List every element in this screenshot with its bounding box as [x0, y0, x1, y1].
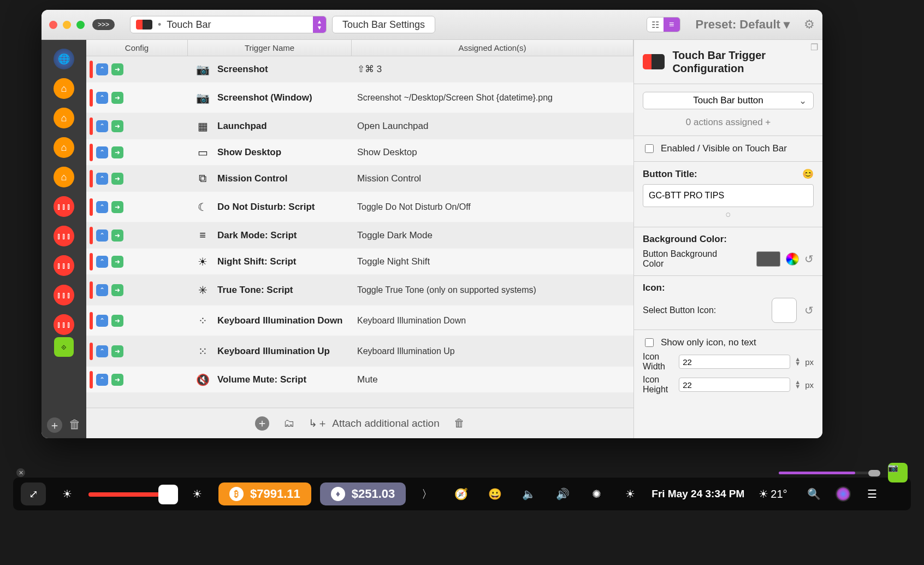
list-icon[interactable]: ☰ — [860, 482, 885, 505]
brightness-up-icon[interactable]: ☀︎ — [185, 482, 210, 505]
collapse-icon[interactable]: ⌃ — [96, 315, 108, 327]
zoom-window-button[interactable] — [76, 21, 85, 29]
weather-widget[interactable]: ☀︎ 21° — [753, 482, 792, 505]
emoji-icon[interactable]: 😀 — [482, 482, 507, 505]
table-row[interactable]: ⌃➜☾Do Not Disturb: ScriptToggle Do Not D… — [86, 192, 633, 222]
collapse-icon[interactable]: ⌃ — [96, 284, 108, 296]
trigger-type-select[interactable]: Touch Bar button — [643, 92, 814, 109]
brightness-large-icon[interactable]: ☀︎ — [618, 482, 643, 505]
siri-icon[interactable] — [836, 486, 851, 502]
table-row[interactable]: ⌃➜📷Screenshot⇧⌘ 3 — [86, 56, 633, 83]
search-icon[interactable]: 🔍 — [802, 482, 827, 505]
list-view-icon[interactable]: ≡ — [664, 17, 680, 32]
icon-width-input[interactable] — [679, 355, 790, 369]
action-icon[interactable]: ➜ — [111, 173, 123, 185]
expand-icon[interactable]: ⤢ — [21, 482, 46, 505]
collapse-icon[interactable]: ⌃ — [96, 229, 108, 242]
action-icon[interactable]: ➜ — [111, 146, 123, 158]
columns-view-icon[interactable]: ☷ — [647, 17, 664, 32]
gear-icon[interactable]: ⚙︎ — [804, 17, 815, 32]
safari-icon[interactable]: 🧭 — [448, 482, 473, 505]
view-mode-toggle[interactable]: ☷ ≡ — [647, 17, 680, 32]
table-row[interactable]: ⌃➜⁙Keyboard Illumination UpKeyboard Illu… — [86, 336, 633, 367]
drag-handle-icon[interactable]: ○ — [643, 209, 814, 220]
sidebar-item-stats[interactable]: ⫾⫾⫾ — [54, 226, 74, 246]
minimize-window-button[interactable] — [63, 21, 71, 29]
sidebar-item-stats[interactable]: ⫾⫾⫾ — [54, 255, 74, 276]
action-icon[interactable]: ➜ — [111, 284, 123, 296]
trash-icon[interactable]: 🗑︎ — [454, 417, 465, 429]
volume-down-icon[interactable]: 🔈 — [516, 482, 541, 505]
action-icon[interactable]: ➜ — [111, 201, 123, 213]
table-row[interactable]: ⌃➜🔇Volume Mute: ScriptMute — [86, 367, 633, 393]
table-row[interactable]: ⌃➜▦LaunchpadOpen Launchpad — [86, 113, 633, 139]
sidebar-item-home[interactable]: ⌂ — [54, 137, 74, 158]
preset-selector[interactable]: Preset: Default ▾ — [696, 17, 790, 32]
progress-bar[interactable] — [779, 472, 877, 474]
action-icon[interactable]: ➜ — [111, 63, 123, 75]
touch-bar-settings-button[interactable]: Touch Bar Settings — [332, 16, 435, 33]
color-wheel-icon[interactable] — [786, 252, 799, 266]
reset-icon-icon[interactable]: ↺ — [804, 304, 814, 317]
show-only-icon-checkbox[interactable] — [645, 338, 654, 347]
expand-badge[interactable]: >>> — [92, 19, 115, 30]
collapse-icon[interactable]: ⌃ — [96, 173, 108, 185]
chevron-right-icon[interactable]: 〉 — [414, 482, 440, 505]
sidebar-item-stats[interactable]: ⫾⫾⫾ — [54, 196, 74, 217]
button-title-input[interactable] — [643, 184, 814, 207]
collapse-icon[interactable]: ⌃ — [96, 146, 108, 158]
windows-icon[interactable]: ❐ — [810, 42, 818, 52]
collapse-icon[interactable]: ⌃ — [96, 345, 108, 357]
color-well[interactable] — [756, 251, 780, 267]
col-trigger-name[interactable]: Trigger Name — [188, 40, 352, 56]
sidebar-item-home[interactable]: ⌂ — [54, 108, 74, 128]
add-app-button[interactable]: ＋ — [47, 417, 62, 433]
action-icon[interactable]: ➜ — [111, 92, 123, 104]
sidebar-item-camtasia[interactable]: ⟐ — [54, 337, 74, 357]
btc-widget[interactable]: ₿$7991.11 — [218, 482, 311, 505]
dropdown-stepper-icon[interactable]: ▲▼ — [313, 16, 326, 33]
col-config[interactable]: Config — [86, 40, 188, 56]
actions-assigned-label[interactable]: 0 actions assigned + — [634, 117, 822, 128]
screenshot-icon[interactable]: 📷 — [888, 463, 908, 482]
action-icon[interactable]: ➜ — [111, 345, 123, 357]
emoji-picker-icon[interactable]: 😊 — [802, 168, 814, 180]
folder-icon[interactable]: 🗂︎ — [283, 417, 294, 429]
close-window-button[interactable] — [49, 21, 57, 29]
close-icon[interactable]: ✕ — [16, 468, 25, 477]
icon-height-input[interactable] — [679, 378, 790, 392]
sidebar-item-home[interactable]: ⌂ — [54, 78, 74, 99]
action-icon[interactable]: ➜ — [111, 120, 123, 132]
eth-widget[interactable]: ♦$251.03 — [320, 482, 406, 505]
brightness-slider[interactable] — [88, 492, 176, 497]
collapse-icon[interactable]: ⌃ — [96, 256, 108, 268]
enabled-checkbox[interactable] — [645, 144, 654, 153]
collapse-icon[interactable]: ⌃ — [96, 120, 108, 132]
action-icon[interactable]: ➜ — [111, 256, 123, 268]
stepper-icon[interactable]: ▲▼ — [795, 380, 801, 389]
action-icon[interactable]: ➜ — [111, 229, 123, 242]
table-row[interactable]: ⌃➜☀︎Night Shift: ScriptToggle Night Shif… — [86, 249, 633, 275]
sidebar-item-stats[interactable]: ⫾⫾⫾ — [54, 314, 74, 335]
attach-action-button[interactable]: ↳＋Attach additional action — [309, 416, 439, 431]
stepper-icon[interactable]: ▲▼ — [795, 357, 801, 366]
col-assigned-action[interactable]: Assigned Action(s) — [352, 40, 633, 56]
table-row[interactable]: ⌃➜✳︎True Tone: ScriptToggle True Tone (o… — [86, 275, 633, 305]
icon-well[interactable] — [772, 298, 797, 323]
volume-up-icon[interactable]: 🔊 — [550, 482, 575, 505]
trash-icon[interactable]: 🗑︎ — [69, 417, 81, 433]
brightness-small-icon[interactable]: ✺ — [584, 482, 609, 505]
sidebar-item-network[interactable]: 🌐 — [54, 49, 74, 69]
table-row[interactable]: ⌃➜📷Screenshot (Window)Screenshot ~/Deskt… — [86, 83, 633, 113]
table-row[interactable]: ⌃➜▭Show DesktopShow Desktop — [86, 139, 633, 166]
sidebar-item-home[interactable]: ⌂ — [54, 167, 74, 187]
collapse-icon[interactable]: ⌃ — [96, 92, 108, 104]
collapse-icon[interactable]: ⌃ — [96, 63, 108, 75]
table-row[interactable]: ⌃➜⧉Mission ControlMission Control — [86, 166, 633, 192]
sidebar-item-stats[interactable]: ⫾⫾⫾ — [54, 285, 74, 305]
action-icon[interactable]: ➜ — [111, 315, 123, 327]
action-icon[interactable]: ➜ — [111, 374, 123, 386]
reset-color-icon[interactable]: ↺ — [804, 252, 814, 266]
collapse-icon[interactable]: ⌃ — [96, 374, 108, 386]
datetime-widget[interactable]: Fri May 24 3:34 PM — [651, 488, 744, 500]
